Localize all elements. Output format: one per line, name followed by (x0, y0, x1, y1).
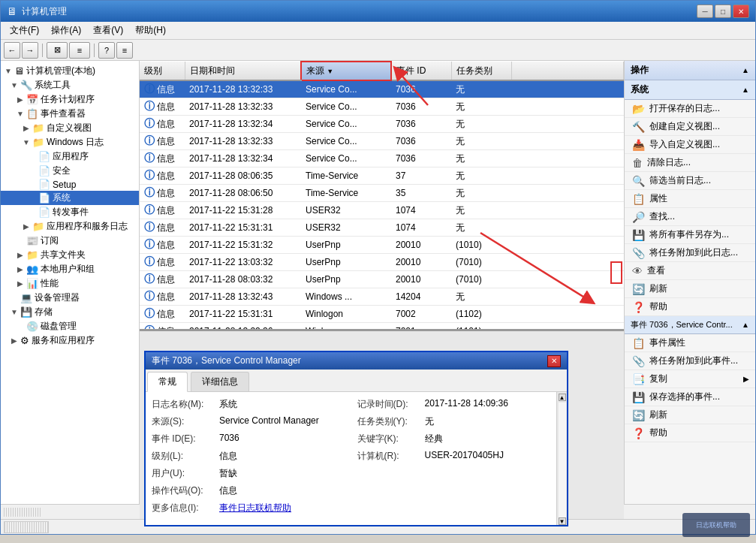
tree-item-custom-views[interactable]: ▶ 📁 自定义视图 (1, 121, 139, 135)
action-view[interactable]: 👁 查看 (625, 262, 755, 280)
action-clear-log[interactable]: 🗑 清除日志... (625, 154, 755, 172)
cell-datetime: 2017-11-22 15:31:31 (185, 219, 301, 237)
minimize-button[interactable]: ─ (697, 5, 713, 18)
tree-item-device-manager[interactable]: 💻 设备管理器 (1, 291, 139, 305)
tab-details[interactable]: 详细信息 (191, 372, 249, 391)
action-save-all-events[interactable]: 💾 将所有事件另存为... (625, 226, 755, 244)
tree-item-subscriptions[interactable]: 📰 订阅 (1, 234, 139, 248)
expand-icon[interactable]: ▼ (14, 110, 26, 118)
expand-icon[interactable]: ▼ (8, 308, 20, 316)
action-help2[interactable]: ❓ 帮助 (625, 424, 755, 442)
expand-icon[interactable]: ▶ (14, 95, 26, 104)
expand-icon[interactable]: ▶ (20, 222, 32, 231)
table-row[interactable]: ⓘ 信息 2017-11-28 13:32:33 Service Co... 7… (140, 133, 624, 150)
action-event-properties[interactable]: 📋 事件属性 (625, 334, 755, 352)
tree-item-setup[interactable]: 📄 Setup (1, 178, 139, 191)
action-properties[interactable]: 📋 属性 (625, 190, 755, 208)
toolbar-btn4[interactable]: ≡ (116, 42, 133, 59)
tree-item-services-apps[interactable]: ▶ ⚙ 服务和应用程序 (1, 333, 139, 348)
action-panel-expand[interactable]: ▲ (742, 66, 749, 74)
section1-expand[interactable]: ▲ (742, 86, 749, 94)
col-level[interactable]: 级别 (140, 62, 185, 80)
close-button[interactable]: ✕ (733, 5, 749, 18)
table-row[interactable]: ⓘ 信息 2017-11-28 08:06:50 Time-Service 35… (140, 185, 624, 202)
cell-task: 无 (451, 167, 511, 185)
action-copy[interactable]: 📑 复制 ▶ (625, 370, 755, 388)
tree-item-scheduler[interactable]: ▶ 📅 任务计划程序 (1, 92, 139, 107)
menu-file[interactable]: 文件(F) (4, 23, 45, 38)
dialog-label-keyword: 关键字(K): (357, 433, 425, 445)
expand-icon[interactable]: ▶ (20, 124, 32, 132)
tab-general[interactable]: 常规 (147, 372, 188, 392)
dialog-close-button[interactable]: ✕ (547, 355, 561, 367)
table-row[interactable]: ⓘ 信息 2017-11-28 13:32:43 Windows ... 142… (140, 288, 624, 306)
menu-action[interactable]: 操作(A) (45, 23, 87, 38)
tree-item-local-users[interactable]: ▶ 👥 本地用户和组 (1, 262, 139, 276)
action-attach-task[interactable]: 📎 将任务附加到此日志... (625, 244, 755, 262)
table-row[interactable]: ⓘ 信息 2017-11-28 08:03:32 UserPnp 20010 (… (140, 271, 624, 288)
expand-icon[interactable]: ▼ (20, 138, 32, 146)
action-filter-log[interactable]: 🔍 筛选当前日志... (625, 172, 755, 190)
tree-item-system-tools[interactable]: ▼ 🔧 系统工具 (1, 78, 139, 92)
col-source[interactable]: 来源 ▼ (301, 62, 391, 80)
tree-setup-icon: 📄 (38, 179, 50, 190)
table-row[interactable]: ⓘ 信息 2017-11-22 13:03:32 UserPnp 20010 (… (140, 254, 624, 271)
section2-expand[interactable]: ▲ (742, 321, 749, 329)
tree-label: 计算机管理(本地) (26, 65, 95, 77)
tree-item-disk-mgmt[interactable]: 💿 磁盘管理 (1, 319, 139, 333)
table-row[interactable]: ⓘ 信息 2017-11-22 15:31:32 UserPnp 20010 (… (140, 237, 624, 254)
maximize-button[interactable]: □ (715, 5, 731, 18)
tree-item-system[interactable]: 📄 系统 (1, 191, 139, 205)
toolbar-btn2[interactable]: ≡ (69, 42, 90, 59)
table-row[interactable]: ⓘ 信息 2017-11-28 13:32:34 Service Co... 7… (140, 116, 624, 133)
cell-task: 无 (451, 98, 511, 116)
table-row[interactable]: ⓘ 信息 2017-11-28 13:32:36 Winlogon 7001 (… (140, 323, 624, 332)
toolbar-btn3[interactable]: ? (98, 42, 115, 59)
action-save-selected[interactable]: 💾 保存选择的事件... (625, 388, 755, 406)
action-refresh2[interactable]: 🔄 刷新 (625, 406, 755, 424)
cell-eventid: 7002 (391, 306, 451, 323)
table-row[interactable]: ⓘ 信息 2017-11-28 13:32:33 Service Co... 7… (140, 80, 624, 98)
dialog-link-moreinfo[interactable]: 事件日志联机帮助 (219, 502, 345, 514)
tree-item-forwarded[interactable]: 📄 转发事件 (1, 205, 139, 219)
action-import-custom-view[interactable]: 📥 导入自定义视图... (625, 136, 755, 154)
col-eventid[interactable]: 事件 ID (391, 62, 451, 80)
action-open-saved-log[interactable]: 📂 打开保存的日志... (625, 100, 755, 118)
tree-item-root[interactable]: ▼ 🖥 计算机管理(本地) (1, 64, 139, 78)
expand-icon[interactable]: ▶ (8, 336, 20, 345)
tree-item-security[interactable]: 📄 安全 (1, 164, 139, 178)
menu-view[interactable]: 查看(V) (87, 23, 129, 38)
action-help[interactable]: ❓ 帮助 (625, 298, 755, 316)
tree-item-application[interactable]: 📄 应用程序 (1, 149, 139, 164)
expand-icon[interactable]: ▼ (8, 81, 20, 89)
forward-button[interactable]: → (22, 42, 38, 59)
back-button[interactable]: ← (4, 42, 20, 59)
tree-item-app-services[interactable]: ▶ 📁 应用程序和服务日志 (1, 219, 139, 234)
table-row[interactable]: ⓘ 信息 2017-11-22 15:31:31 USER32 1074 无 (140, 219, 624, 237)
expand-icon[interactable]: ▶ (14, 265, 26, 273)
table-row[interactable]: ⓘ 信息 2017-11-28 13:32:33 Service Co... 7… (140, 98, 624, 116)
scrollbar-up-btn[interactable]: ▲ (559, 394, 566, 401)
expand-icon[interactable]: ▶ (14, 279, 26, 288)
action-attach-task-event[interactable]: 📎 将任务附加到此事件... (625, 352, 755, 370)
tree-item-windows-logs[interactable]: ▼ 📁 Windows 日志 (1, 135, 139, 149)
tree-item-shared-folders[interactable]: ▶ 📁 共享文件夹 (1, 248, 139, 262)
col-datetime[interactable]: 日期和时间 (185, 62, 301, 80)
table-row[interactable]: ⓘ 信息 2017-11-28 08:06:35 Time-Service 37… (140, 167, 624, 185)
expand-icon[interactable]: ▶ (14, 251, 26, 259)
scrollbar-down-btn[interactable]: ▼ (559, 517, 566, 525)
tree-item-event-viewer[interactable]: ▼ 📋 事件查看器 (1, 107, 139, 121)
table-row[interactable]: ⓘ 信息 2017-11-22 15:31:28 USER32 1074 无 (140, 202, 624, 219)
col-task[interactable]: 任务类别 (451, 62, 511, 80)
action-refresh[interactable]: 🔄 刷新 (625, 280, 755, 298)
table-row[interactable]: ⓘ 信息 2017-11-22 15:31:31 Winlogon 7002 (… (140, 306, 624, 323)
menu-help[interactable]: 帮助(H) (129, 23, 172, 38)
expand-icon[interactable]: ▼ (2, 67, 14, 75)
table-row[interactable]: ⓘ 信息 2017-11-28 13:32:34 Service Co... 7… (140, 150, 624, 167)
tree-item-storage[interactable]: ▼ 💾 存储 (1, 305, 139, 319)
toolbar-btn1[interactable]: ⊠ (47, 42, 68, 59)
cell-level: ⓘ 信息 (140, 271, 185, 288)
tree-item-performance[interactable]: ▶ 📊 性能 (1, 276, 139, 291)
action-create-custom-view[interactable]: 🔨 创建自定义视图... (625, 118, 755, 136)
action-find[interactable]: 🔎 查找... (625, 208, 755, 226)
